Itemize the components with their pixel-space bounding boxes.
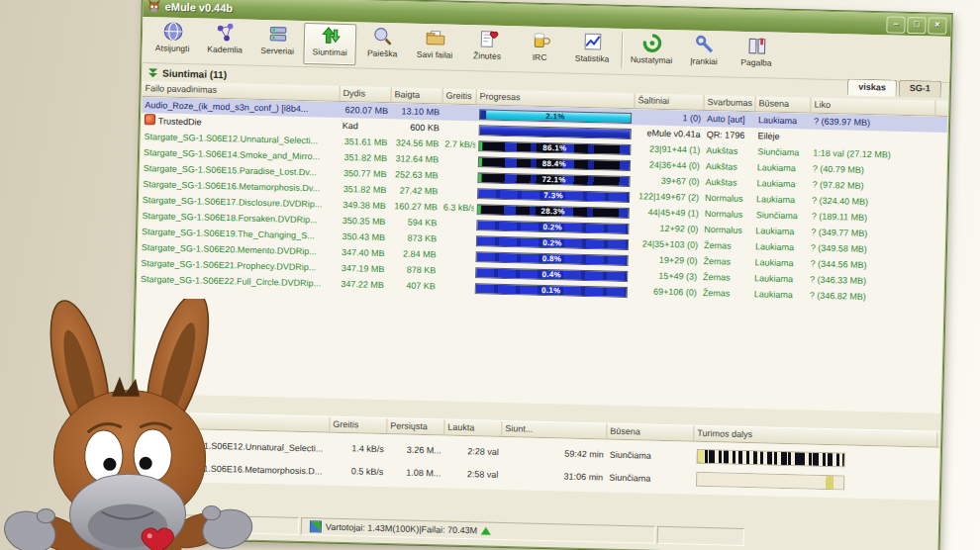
shared-files-icon [424, 27, 446, 49]
desktop-background: eMule v0.44b – □ × Atsijungti Kademlia [0, 0, 980, 550]
disconnect-icon [161, 20, 184, 43]
toolbar-label: Savi failai [417, 49, 453, 60]
parts-cell [693, 472, 936, 493]
toolbar-button-statistics[interactable]: Statistika [565, 29, 619, 71]
greitis-cell [441, 175, 475, 176]
close-button[interactable]: × [928, 17, 946, 34]
toolbar-button-options[interactable]: Nustatymai [625, 31, 678, 73]
progress-label: 0.2% [477, 236, 628, 249]
maximize-button[interactable]: □ [907, 16, 926, 33]
column-header-liko[interactable]: Liko [811, 98, 935, 116]
greitis-cell: 6.3 kB/s [441, 199, 474, 216]
svarb-cell: Žemas [701, 237, 752, 254]
toolbar-label: Kademlia [207, 45, 243, 55]
progress-label: 2.1% [480, 110, 631, 123]
svarb-cell: Aukštas [702, 174, 753, 191]
toolbar-button-messages[interactable]: Žinutės [460, 27, 514, 69]
greitis-cell [441, 159, 475, 160]
busena-cell: Siunčiama [753, 207, 809, 224]
column-header-laukta[interactable]: Laukta [444, 420, 502, 436]
progress-label: 7.3% [478, 189, 629, 202]
toolbar-button-transfers[interactable]: Siuntimai [303, 23, 356, 65]
liko-cell [811, 138, 935, 140]
toolbar-button-servers[interactable]: Serveriai [250, 22, 304, 64]
dydis-cell: Kad [340, 118, 391, 135]
busena-cell: Laukiama [754, 159, 810, 176]
salt-cell: 15+49 (3) [631, 267, 700, 285]
progress-label: 88.4% [479, 157, 630, 170]
column-header-svarb[interactable]: Svarbumas [704, 95, 755, 111]
category-tabs: viskas SG-1 [845, 78, 941, 97]
siunt-cell: 59:42 min [502, 447, 607, 460]
transfer-rate-segment [657, 526, 744, 546]
toolbar-button-help[interactable]: Pagalba [730, 34, 783, 76]
column-header-busena[interactable]: Būsena [755, 96, 811, 112]
svarb-cell: Auto [aut] [704, 111, 755, 128]
salt-cell: 24|36+44 (0) [634, 156, 703, 174]
options-icon [640, 32, 663, 54]
greitis-cell [440, 254, 473, 255]
progress-bar: 0.1% [475, 283, 628, 298]
column-header-busena[interactable]: Būsena [607, 424, 694, 441]
toolbar-separator [621, 33, 623, 68]
toolbar-label: Pagalba [740, 57, 771, 68]
toolbar-label: IRC [533, 52, 547, 62]
dydis-cell: 349.38 MB [338, 197, 389, 214]
progress-label: 0.1% [476, 284, 627, 297]
column-header-dydis[interactable]: Dydis [340, 86, 391, 102]
salt-cell: 44|45+49 (1) [633, 204, 702, 222]
dydis-cell: 351.82 MB [339, 149, 390, 166]
progress-label: 0.4% [476, 268, 627, 281]
column-header-greitis[interactable]: Greitis [330, 417, 387, 433]
dydis-cell: 350.77 MB [338, 165, 389, 182]
help-icon [745, 35, 768, 57]
salt-cell: 1 (0) [635, 109, 704, 127]
column-header-persiusta[interactable]: Persiųsta [387, 418, 444, 434]
column-header-greitis[interactable]: Greitis [442, 88, 476, 104]
dydis-cell: 351.82 MB [338, 181, 389, 198]
parts-cell [694, 449, 937, 470]
toolbar-button-disconnect[interactable]: Atsijungti [146, 19, 199, 61]
baigta-cell: 407 KB [387, 277, 439, 294]
toolbar-button-irc[interactable]: IRC [513, 28, 566, 70]
category-tab-all[interactable]: viskas [847, 78, 897, 96]
busena-cell: Laukiama [751, 286, 807, 303]
greitis-cell [439, 286, 472, 287]
network-stats-segment: Vartotojai: 1.43M(100K)|Failai: 70.43M [301, 517, 655, 544]
column-header-siunt[interactable]: Siunt... [502, 421, 607, 439]
baigta-cell: 252.63 MB [389, 166, 441, 183]
client-icon [145, 114, 155, 125]
dydis-cell: 350.35 MB [337, 213, 388, 229]
greitis-cell [442, 128, 476, 129]
column-header-baigta[interactable]: Baigta [391, 87, 442, 103]
toolbar-label: Įrankiai [690, 56, 718, 67]
toolbar-label: Žinutės [473, 50, 501, 61]
svarb-cell: Žemas [700, 269, 751, 286]
progress-label: 0.8% [477, 252, 628, 265]
minimize-button[interactable]: – [886, 16, 905, 33]
statistics-icon [581, 31, 604, 53]
toolbar-button-kademlia[interactable]: Kademlia [198, 20, 251, 62]
svarb-cell: Aukštas [703, 142, 754, 159]
baigta-cell: 594 KB [388, 214, 440, 230]
busena-cell: Laukiama [753, 191, 809, 208]
salt-cell: 69+106 (0) [631, 283, 700, 301]
column-header-salt[interactable]: Šaltiniai [635, 93, 704, 110]
salt-cell: 122|149+67 (2) [633, 188, 702, 206]
toolbar-button-tools[interactable]: Įrankiai [677, 32, 731, 74]
dydis-cell: 351.61 MB [339, 134, 390, 150]
network-icon [310, 520, 322, 532]
busena-cell: Laukiama [753, 175, 809, 192]
toolbar-button-shared-files[interactable]: Savi failai [408, 26, 461, 68]
busena-cell: Siunčiama [607, 449, 694, 461]
baigta-cell: 873 KB [388, 229, 440, 246]
baigta-cell: 324.56 MB [390, 135, 441, 151]
emule-donkey-mascot [0, 299, 261, 550]
svarb-cell: Normalus [702, 190, 753, 207]
category-tab-sg1[interactable]: SG-1 [899, 80, 941, 98]
salt-cell: 12+92 (0) [632, 220, 701, 237]
progress-label: 72.1% [478, 173, 629, 186]
busena-cell: Eilėje [754, 128, 810, 144]
toolbar-button-search[interactable]: Paieška [355, 24, 409, 66]
network-stats-text: Vartotojai: 1.43M(100K)|Failai: 70.43M [326, 519, 478, 538]
